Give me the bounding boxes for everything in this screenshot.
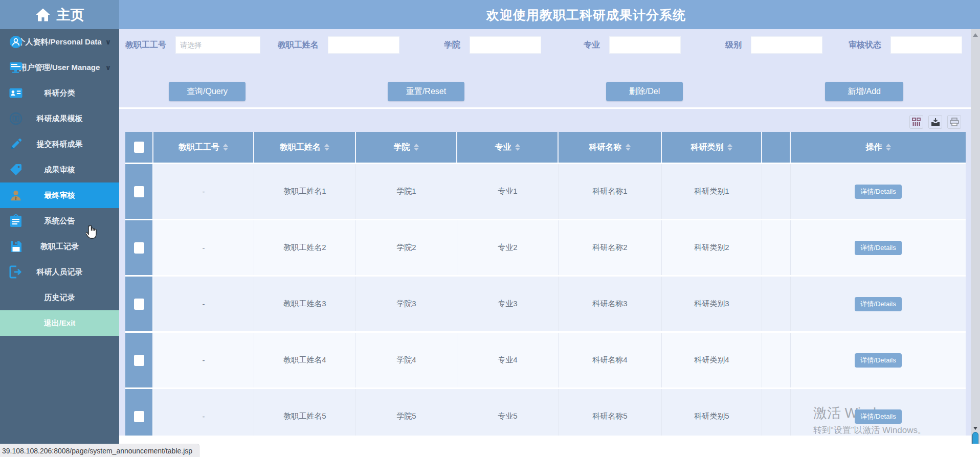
column-header[interactable]: 教职工姓名 (254, 132, 356, 163)
sidebar-item-researcher-records[interactable]: 科研人员记录 (0, 259, 119, 285)
chevron-down-icon: ∨ (105, 63, 111, 72)
cell-research-name: 科研名称5 (559, 389, 662, 436)
sidebar-item-research-template[interactable]: 科研成果模板 (0, 106, 119, 131)
details-button[interactable]: 详情/Details (855, 241, 902, 255)
content-area: 教职工工号 教职工姓名 学院 专业 级别 审核状态 (119, 29, 971, 436)
cell-research-type: 科研类别4 (662, 333, 762, 387)
export-button[interactable] (928, 115, 942, 129)
page-title: 欢迎使用教职工科研成果计分系统 (486, 7, 686, 24)
cell-research-name: 科研名称4 (559, 333, 662, 387)
sort-caret-icon (626, 144, 631, 151)
sort-caret-icon (414, 144, 419, 151)
cell-college: 学院1 (356, 164, 457, 219)
staff-name-input[interactable] (328, 36, 399, 54)
sidebar-item-research-category[interactable]: 科研分类 (0, 80, 119, 106)
reset-button[interactable]: 重置/Reset (388, 82, 464, 101)
major-input[interactable] (609, 36, 681, 54)
signout-icon (9, 265, 23, 279)
sidebar: 主页 个人资料/Personal Data ∨ 用户管理/User Manage… (0, 0, 119, 444)
user-icon (9, 189, 23, 202)
filter-group-staff-id: 教职工工号 (123, 36, 260, 54)
cell-research-type: 科研类别2 (662, 220, 762, 275)
details-button[interactable]: 详情/Details (855, 185, 902, 199)
college-input[interactable] (470, 36, 541, 54)
cell-college: 学院3 (356, 277, 457, 331)
row-checkbox[interactable] (134, 411, 144, 422)
column-header[interactable]: 学院 (356, 132, 457, 163)
print-button[interactable] (947, 115, 961, 129)
table-row: - 教职工姓名3 学院3 专业3 科研名称3 科研类别3 详情/Details (125, 275, 966, 331)
scroll-up-arrow-icon[interactable] (973, 33, 978, 37)
sidebar-menu: 个人资料/Personal Data ∨ 用户管理/User Manage ∨ … (0, 29, 119, 336)
filter-group-level: 级别 (723, 36, 822, 54)
column-header[interactable]: 专业 (457, 132, 559, 163)
sidebar-item-label: 历史记录 (0, 293, 119, 303)
cell-staff-id: - (153, 220, 254, 275)
results-table: 教职工工号 教职工姓名 学院 专业 科研名称 科研类别 操作 - 教职工姓名1 … (125, 132, 966, 436)
home-icon (35, 8, 51, 22)
column-header[interactable]: 科研名称 (559, 132, 662, 163)
id-card-icon (9, 86, 23, 100)
staff-id-input[interactable] (175, 36, 260, 54)
sidebar-item-final-review[interactable]: 最终审核 (0, 182, 119, 208)
row-checkbox[interactable] (134, 186, 144, 197)
sidebar-item-history[interactable]: 历史记录 (0, 285, 119, 310)
filter-group-staff-name: 教职工姓名 (275, 36, 399, 54)
sidebar-item-label: 退出/Exit (0, 318, 119, 328)
columns-toggle-icon (912, 118, 921, 126)
cell-empty (762, 333, 791, 387)
cell-staff-name: 教职工姓名5 (254, 389, 356, 436)
vertical-scrollbar[interactable] (971, 29, 980, 457)
cell-staff-name: 教职工姓名1 (254, 164, 356, 219)
sort-caret-icon (727, 144, 732, 151)
columns-toggle-button[interactable] (909, 115, 923, 129)
chevron-down-icon: ∨ (105, 38, 111, 46)
row-checkbox[interactable] (134, 299, 144, 310)
cell-empty (762, 220, 791, 275)
level-input[interactable] (751, 36, 822, 54)
separator-line (119, 107, 971, 109)
column-header[interactable]: 操作 (791, 132, 966, 163)
cell-actions: 详情/Details (791, 277, 966, 331)
browser-status-bar: 39.108.108.206:8008/page/system_announce… (0, 444, 980, 457)
row-checkbox[interactable] (134, 355, 144, 366)
select-all-checkbox[interactable] (134, 142, 144, 153)
filter-label: 级别 (723, 40, 742, 51)
cell-research-type: 科研类别5 (662, 389, 762, 436)
cell-actions: 详情/Details (791, 164, 966, 219)
delete-button[interactable]: 删除/Del (606, 82, 683, 101)
sidebar-item-user-manage[interactable]: 用户管理/User Manage ∨ (0, 55, 119, 80)
cell-major: 专业4 (457, 333, 559, 387)
monitor-icon (9, 61, 23, 74)
sidebar-item-staff-records[interactable]: 教职工记录 (0, 234, 119, 259)
cell-college: 学院4 (356, 333, 457, 387)
cell-actions: 详情/Details (791, 220, 966, 275)
details-button[interactable]: 详情/Details (855, 297, 902, 311)
sidebar-item-system-announcement[interactable]: 系统公告 (0, 208, 119, 234)
cell-actions: 详情/Details (791, 333, 966, 387)
column-header[interactable]: 科研类别 (662, 132, 762, 163)
sidebar-item-exit[interactable]: 退出/Exit (0, 310, 119, 336)
cell-staff-name: 教职工姓名4 (254, 333, 356, 387)
sidebar-item-result-review[interactable]: 成果审核 (0, 157, 119, 182)
sidebar-item-submit-research[interactable]: 提交科研成果 (0, 131, 119, 157)
cell-staff-id: - (153, 277, 254, 331)
add-button[interactable]: 新增/Add (825, 82, 903, 101)
details-button[interactable]: 详情/Details (855, 409, 902, 424)
sidebar-home-label: 主页 (57, 6, 84, 24)
sort-caret-icon (324, 144, 329, 151)
sidebar-home-button[interactable]: 主页 (0, 0, 119, 29)
filter-label: 教职工工号 (123, 40, 166, 51)
sidebar-item-personal-data[interactable]: 个人资料/Personal Data ∨ (0, 29, 119, 55)
export-icon (931, 118, 940, 126)
details-button[interactable]: 详情/Details (855, 353, 902, 368)
table-row: - 教职工姓名4 学院4 专业4 科研名称4 科研类别4 详情/Details (125, 331, 966, 387)
query-button[interactable]: 查询/Query (169, 82, 246, 101)
row-checkbox[interactable] (134, 242, 144, 254)
clipboard-icon (9, 214, 23, 227)
column-header[interactable]: 教职工工号 (153, 132, 254, 163)
cell-empty (762, 389, 791, 436)
cell-research-type: 科研类别3 (662, 277, 762, 331)
review-status-input[interactable] (890, 36, 962, 54)
cell-college: 学院5 (356, 389, 457, 436)
